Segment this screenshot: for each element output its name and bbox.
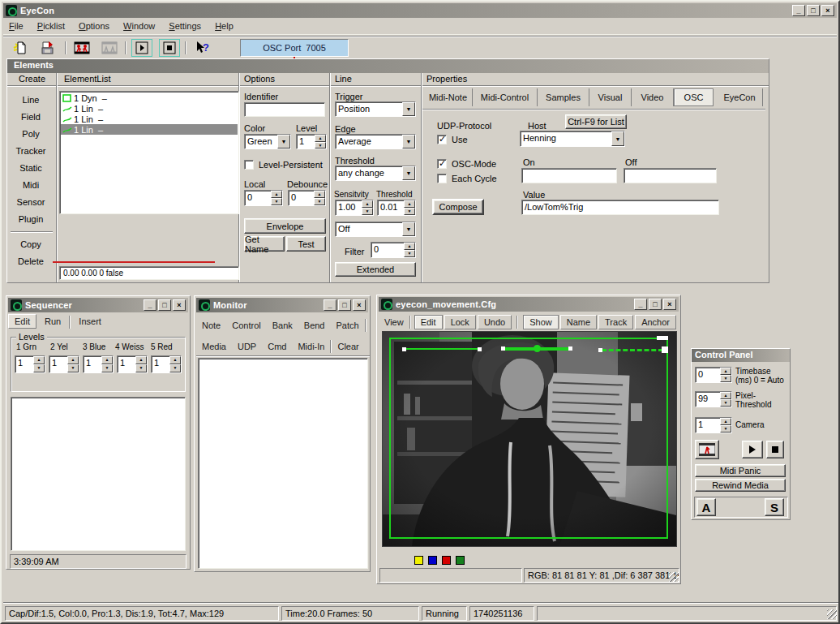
spin-down-icon[interactable]: ▼ bbox=[404, 250, 415, 257]
video-toolbar-track[interactable]: Track bbox=[598, 315, 633, 329]
compose-button[interactable]: Compose bbox=[432, 199, 484, 215]
get-name-button[interactable]: Get Name bbox=[244, 236, 285, 252]
minimize-button[interactable]: _ bbox=[792, 5, 805, 16]
spin-up-icon[interactable]: ▲ bbox=[362, 200, 373, 208]
video-toolbar-lock[interactable]: Lock bbox=[444, 315, 476, 329]
play-icon[interactable] bbox=[131, 39, 152, 57]
spin-down-icon[interactable]: ▼ bbox=[271, 198, 282, 205]
sequencer-list[interactable] bbox=[11, 397, 186, 551]
filter-stepper[interactable]: 0 ▲▼ bbox=[371, 242, 416, 258]
line1-left-handle[interactable] bbox=[402, 347, 406, 351]
level-persistent-checkbox[interactable] bbox=[244, 160, 254, 170]
minimize-button[interactable]: _ bbox=[324, 299, 336, 311]
close-button[interactable]: × bbox=[353, 299, 366, 311]
line1-right-handle[interactable] bbox=[478, 347, 482, 351]
monitor-menu-bend[interactable]: Bend bbox=[298, 319, 331, 332]
identifier-input[interactable] bbox=[244, 102, 325, 117]
create-field-button[interactable]: Field bbox=[7, 112, 54, 122]
element-list[interactable]: 1 Dyn – 1 Lin – 1 Lin – 1 Lin – bbox=[59, 91, 239, 214]
threshold-select[interactable]: any change▼ bbox=[335, 166, 416, 181]
line3-left-handle[interactable] bbox=[598, 348, 602, 352]
envelope-button[interactable]: Envelope bbox=[244, 218, 326, 234]
tab-midi-control[interactable]: Midi-Control bbox=[473, 88, 538, 106]
menu-settings[interactable]: Settings bbox=[163, 19, 207, 32]
monitor-menu-note[interactable]: Note bbox=[196, 319, 226, 332]
on-input[interactable] bbox=[521, 168, 617, 183]
spin-up-icon[interactable]: ▲ bbox=[315, 135, 326, 142]
spin-down-icon[interactable]: ▼ bbox=[720, 375, 731, 382]
monitor-menu-media[interactable]: Media bbox=[196, 340, 232, 353]
timebase-stepper[interactable]: 0 ▲▼ bbox=[695, 367, 732, 383]
tab-samples[interactable]: Samples bbox=[538, 88, 589, 106]
spin-up-icon[interactable]: ▲ bbox=[135, 356, 147, 364]
local-stepper[interactable]: 0 ▲▼ bbox=[244, 190, 283, 206]
create-tracker-button[interactable]: Tracker bbox=[7, 146, 54, 156]
monitor-menu-udp[interactable]: UDP bbox=[232, 340, 262, 353]
threshold-stepper[interactable]: 0.01 ▲▼ bbox=[377, 200, 416, 216]
close-button[interactable]: × bbox=[663, 299, 676, 310]
chevron-down-icon[interactable]: ▼ bbox=[611, 131, 624, 146]
create-poly-button[interactable]: Poly bbox=[7, 129, 54, 139]
grab-frames-icon[interactable] bbox=[695, 440, 719, 459]
spin-up-icon[interactable]: ▲ bbox=[33, 356, 45, 364]
level1-stepper[interactable]: 1 ▲▼ bbox=[15, 355, 45, 373]
monitor-menu-bank[interactable]: Bank bbox=[267, 319, 298, 332]
video-toolbar-edit[interactable]: Edit bbox=[414, 315, 443, 329]
level5-stepper[interactable]: 1 ▲▼ bbox=[151, 355, 182, 373]
menu-file[interactable]: File bbox=[3, 19, 29, 32]
camera-view[interactable] bbox=[382, 331, 677, 547]
line3-right-handle[interactable] bbox=[662, 346, 668, 353]
menu-window[interactable]: Window bbox=[118, 19, 161, 32]
monitor-menu-clear[interactable]: Clear bbox=[332, 340, 364, 353]
record-movie-icon[interactable] bbox=[71, 39, 92, 57]
video-toolbar-name[interactable]: Name bbox=[560, 315, 597, 329]
edge-select[interactable]: Average▼ bbox=[335, 134, 416, 149]
spin-down-icon[interactable]: ▼ bbox=[33, 364, 45, 372]
monitor-title-bar[interactable]: Monitor _ □ × bbox=[196, 298, 368, 312]
spin-down-icon[interactable]: ▼ bbox=[404, 208, 415, 215]
help-pointer-icon[interactable]: ? bbox=[191, 39, 212, 57]
value-input[interactable]: /LowTom%Trig bbox=[521, 200, 719, 215]
line2-center-dot[interactable] bbox=[534, 345, 541, 352]
create-midi-button[interactable]: Midi bbox=[7, 180, 54, 190]
element-row[interactable]: 1 Dyn – bbox=[61, 93, 238, 103]
level-stepper[interactable]: 1 ▲▼ bbox=[296, 134, 327, 149]
stop-button[interactable] bbox=[766, 441, 784, 458]
tab-midi-note[interactable]: Midi-Note bbox=[424, 88, 473, 106]
monitor-menu-patch[interactable]: Patch bbox=[331, 319, 365, 332]
spin-up-icon[interactable]: ▲ bbox=[720, 418, 731, 425]
spin-down-icon[interactable]: ▼ bbox=[169, 364, 181, 372]
swatch-blue[interactable] bbox=[428, 556, 437, 565]
line2-right-handle[interactable] bbox=[568, 346, 572, 351]
host-select[interactable]: Henning▼ bbox=[520, 131, 625, 147]
create-plugin-button[interactable]: Plugin bbox=[7, 214, 54, 224]
trigger-select[interactable]: Position▼ bbox=[335, 101, 416, 117]
spin-up-icon[interactable]: ▲ bbox=[271, 191, 282, 198]
chevron-down-icon[interactable]: ▼ bbox=[402, 166, 415, 180]
create-sensor-button[interactable]: Sensor bbox=[7, 197, 54, 207]
s-button[interactable]: S bbox=[765, 498, 784, 516]
video-title-bar[interactable]: eyecon_movement.Cfg _ □ × bbox=[379, 297, 679, 312]
ctrl-f9-button[interactable]: Ctrl-F9 for List bbox=[565, 114, 627, 129]
monitor-list[interactable] bbox=[198, 358, 368, 569]
swatch-yellow[interactable] bbox=[414, 556, 423, 565]
close-button[interactable]: × bbox=[173, 299, 186, 311]
osc-mode-checkbox[interactable] bbox=[437, 159, 447, 169]
monitor-menu-cmd[interactable]: Cmd bbox=[262, 340, 292, 353]
tab-eyecon[interactable]: EyeCon bbox=[717, 88, 763, 106]
resize-grip[interactable] bbox=[669, 572, 679, 582]
element-row[interactable]: 1 Lin – bbox=[61, 103, 238, 114]
tab-video[interactable]: Video bbox=[632, 88, 674, 106]
line-element-1[interactable] bbox=[405, 348, 479, 350]
spin-up-icon[interactable]: ▲ bbox=[314, 191, 325, 198]
chevron-down-icon[interactable]: ▼ bbox=[402, 102, 415, 116]
save-file-icon[interactable] bbox=[37, 39, 58, 57]
element-row-selected[interactable]: 1 Lin – bbox=[61, 124, 238, 135]
osc-port-display[interactable]: OSC Port 7005 bbox=[240, 39, 349, 57]
create-line-button[interactable]: Line bbox=[7, 95, 54, 105]
video-toolbar-anchor[interactable]: Anchor bbox=[635, 315, 676, 329]
color-select[interactable]: Green▼ bbox=[244, 134, 291, 149]
chevron-down-icon[interactable]: ▼ bbox=[402, 222, 415, 236]
video-toolbar-undo[interactable]: Undo bbox=[478, 315, 512, 329]
off-select[interactable]: Off▼ bbox=[335, 222, 416, 237]
